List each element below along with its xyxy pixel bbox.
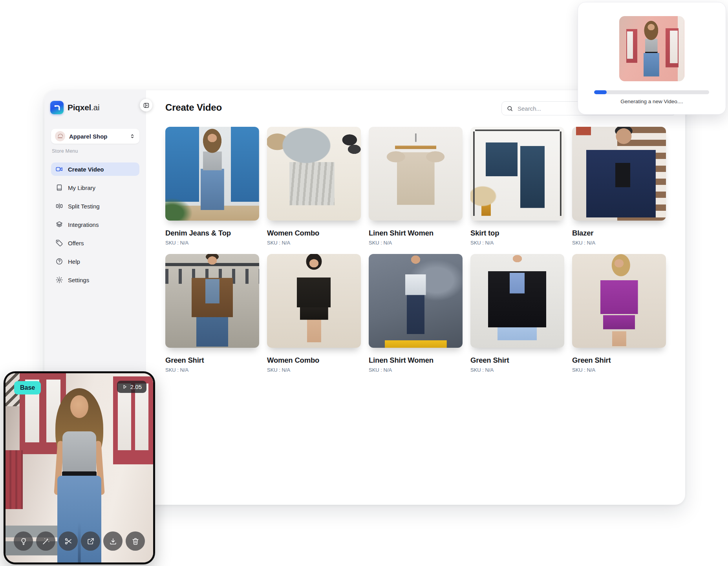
product-sku: SKU : N/A (470, 240, 564, 246)
product-sku: SKU : N/A (165, 367, 259, 373)
sidebar-section-label: Store Menu (52, 148, 78, 154)
product-image (165, 254, 259, 348)
scissors-icon (64, 537, 73, 546)
product-card[interactable]: Women Combo SKU : N/A (267, 127, 361, 246)
generation-progress-fill (594, 90, 607, 94)
variant-badge[interactable]: Base (14, 381, 41, 394)
sidebar-item-label: Help (68, 258, 80, 265)
product-card[interactable]: Linen Shirt Women SKU : N/A (369, 254, 463, 373)
product-card[interactable]: Linen Shirt Women SKU : N/A (369, 127, 463, 246)
brand-logo-icon (50, 101, 64, 114)
product-card[interactable]: Green Shirt SKU : N/A (165, 254, 259, 373)
product-sku: SKU : N/A (267, 240, 361, 246)
sidebar-item-label: Offers (68, 240, 84, 246)
sidebar-collapse-button[interactable] (140, 99, 152, 111)
generation-status-text: Generating a new Video.... (578, 99, 726, 104)
sidebar-item-label: Integrations (68, 221, 99, 228)
product-image (572, 127, 666, 221)
external-link-icon (86, 537, 95, 546)
trash-icon (131, 537, 140, 546)
product-title: Green Shirt (572, 356, 666, 365)
download-button[interactable] (103, 531, 123, 551)
product-sku: SKU : N/A (470, 367, 564, 373)
product-sku: SKU : N/A (369, 240, 463, 246)
sidebar-item-label: Create Video (68, 166, 104, 173)
product-image (470, 127, 564, 221)
product-image (267, 127, 361, 221)
sidebar-item-label: My Library (68, 184, 95, 191)
split-testing-icon (55, 202, 63, 210)
product-card[interactable]: Women Combo SKU : N/A (267, 254, 361, 373)
sidebar-item-integrations[interactable]: Integrations (51, 218, 139, 231)
sidebar-item-create-video[interactable]: Create Video (51, 162, 139, 176)
book-icon (55, 184, 63, 192)
product-grid: Denim Jeans & Top SKU : N/A Women Combo … (165, 127, 666, 373)
generation-card: Generating a new Video.... (578, 2, 726, 115)
magic-wand-button[interactable] (36, 531, 55, 551)
video-camera-icon (55, 165, 63, 173)
duration-chip[interactable]: 2.05 (117, 381, 146, 393)
product-title: Blazer (572, 229, 666, 237)
product-image (267, 254, 361, 348)
shop-avatar (55, 131, 65, 141)
enhance-idea-button[interactable] (14, 531, 33, 551)
product-image (572, 254, 666, 348)
search-icon (507, 105, 513, 112)
layers-icon (55, 221, 63, 228)
delete-button[interactable] (126, 531, 145, 551)
product-title: Skirt top (470, 229, 564, 237)
product-title: Linen Shirt Women (369, 229, 463, 237)
tag-icon (55, 239, 63, 247)
product-image (369, 254, 463, 348)
help-circle-icon (55, 257, 63, 265)
brand-name: Piqxel.ai (68, 103, 99, 112)
product-sku: SKU : N/A (267, 367, 361, 373)
wand-sparkles-icon (42, 537, 50, 546)
download-icon (109, 537, 117, 546)
shop-selector[interactable]: Apparel Shop (51, 129, 139, 144)
product-title: Denim Jeans & Top (165, 229, 259, 237)
product-sku: SKU : N/A (572, 240, 666, 246)
product-image (369, 127, 463, 221)
product-sku: SKU : N/A (165, 240, 259, 246)
brand-name-bold: Piqxel (68, 103, 91, 112)
duration-value: 2.05 (130, 383, 142, 390)
product-title: Green Shirt (470, 356, 564, 365)
product-image (165, 127, 259, 221)
product-title: Women Combo (267, 356, 361, 365)
sidebar-item-my-library[interactable]: My Library (51, 181, 139, 194)
sidebar-item-offers[interactable]: Offers (51, 236, 139, 250)
sidebar-item-settings[interactable]: Settings (51, 273, 139, 287)
video-preview-panel[interactable]: Base 2.05 (4, 371, 155, 564)
lightbulb-sparkle-icon (19, 537, 28, 546)
play-icon (122, 384, 128, 390)
product-card[interactable]: Blazer SKU : N/A (572, 127, 666, 246)
product-card[interactable]: Denim Jeans & Top SKU : N/A (165, 127, 259, 246)
brand: Piqxel.ai (50, 101, 99, 114)
unfold-chevrons-icon (129, 133, 135, 139)
open-external-button[interactable] (81, 531, 100, 551)
sidebar-item-label: Split Testing (68, 203, 100, 210)
video-toolbar (5, 531, 153, 551)
shop-selector-label: Apparel Shop (69, 133, 125, 140)
sidebar-menu: Create Video My Library Split Testing In… (51, 162, 139, 287)
gear-icon (55, 276, 63, 284)
product-title: Women Combo (267, 229, 361, 237)
generation-thumbnail (619, 16, 684, 81)
sidebar-item-help[interactable]: Help (51, 255, 139, 268)
page: Piqxel.ai Apparel Shop Store Menu Create… (0, 0, 728, 566)
product-card[interactable]: Green Shirt SKU : N/A (470, 254, 564, 373)
product-title: Green Shirt (165, 356, 259, 365)
product-image (470, 254, 564, 348)
generation-progress-bar (594, 90, 709, 94)
product-sku: SKU : N/A (369, 367, 463, 373)
page-title: Create Video (165, 102, 222, 113)
product-title: Linen Shirt Women (369, 356, 463, 365)
trim-button[interactable] (59, 531, 78, 551)
brand-name-suffix: .ai (91, 103, 99, 112)
product-card[interactable]: Green Shirt SKU : N/A (572, 254, 666, 373)
product-card[interactable]: Skirt top SKU : N/A (470, 127, 564, 246)
sidebar-item-label: Settings (68, 277, 89, 283)
sidebar-item-split-testing[interactable]: Split Testing (51, 199, 139, 213)
product-sku: SKU : N/A (572, 367, 666, 373)
